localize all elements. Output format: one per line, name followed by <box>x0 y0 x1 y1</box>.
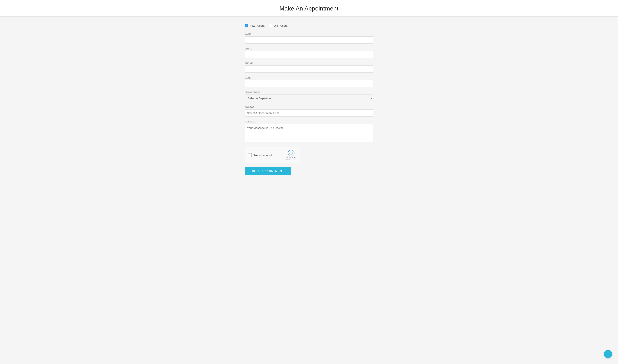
svg-point-0 <box>288 150 294 156</box>
captcha-left: I'm not a robot <box>248 153 272 157</box>
message-label: MESSAGE <box>245 121 373 123</box>
name-group: NAME <box>245 33 373 44</box>
patient-type-row: New Patient Old Patient <box>245 24 373 27</box>
phone-label: PHONE <box>245 62 373 64</box>
captcha-container: I'm not a robot reCAPTCHA Privacy - Term… <box>245 147 373 163</box>
email-input[interactable] <box>245 51 373 58</box>
page-header: Make An Appointment <box>0 0 618 16</box>
recaptcha-icon <box>288 150 294 156</box>
captcha-links: Privacy - Terms <box>286 159 297 160</box>
doctor-group: DOCTOR <box>245 106 373 117</box>
phone-input[interactable] <box>245 65 373 73</box>
scroll-up-icon: ↑ <box>607 352 609 356</box>
email-group: EMAIL <box>245 48 373 58</box>
new-patient-option[interactable]: New Patient <box>245 24 264 27</box>
old-patient-option[interactable]: Old Patient <box>269 24 288 27</box>
page-title: Make An Appointment <box>0 5 618 12</box>
svg-marker-1 <box>292 153 293 153</box>
old-patient-checkbox[interactable] <box>269 24 272 27</box>
date-input[interactable] <box>245 80 373 87</box>
new-patient-label: New Patient <box>250 24 264 27</box>
svg-marker-2 <box>289 153 290 154</box>
captcha-box[interactable]: I'm not a robot reCAPTCHA Privacy - Term… <box>245 147 300 163</box>
doctor-label: DOCTOR <box>245 106 373 108</box>
captcha-brand-label: reCAPTCHA <box>286 156 296 159</box>
old-patient-label: Old Patient <box>274 24 288 27</box>
submit-button[interactable]: BOOK APPOINTMENT <box>245 167 291 175</box>
captcha-label: I'm not a robot <box>254 154 272 157</box>
name-label: NAME <box>245 33 373 35</box>
message-group: MESSAGE <box>245 121 373 143</box>
date-label: DATE <box>245 77 373 79</box>
scroll-to-top-button[interactable]: ↑ <box>604 350 612 358</box>
captcha-checkbox[interactable] <box>248 153 252 157</box>
department-group: DEPARTMENT Select A Department Cardiolog… <box>245 91 373 102</box>
new-patient-checkbox[interactable] <box>245 24 248 27</box>
date-group: DATE <box>245 77 373 87</box>
name-input[interactable] <box>245 36 373 44</box>
phone-group: PHONE <box>245 62 373 73</box>
department-label: DEPARTMENT <box>245 91 373 93</box>
main-content: New Patient Old Patient NAME EMAIL PHONE… <box>241 16 377 186</box>
department-select[interactable]: Select A Department Cardiology Neurology… <box>245 94 373 102</box>
captcha-right: reCAPTCHA Privacy - Terms <box>286 150 297 160</box>
email-label: EMAIL <box>245 48 373 50</box>
message-textarea[interactable] <box>245 124 373 142</box>
doctor-input[interactable] <box>245 109 373 117</box>
